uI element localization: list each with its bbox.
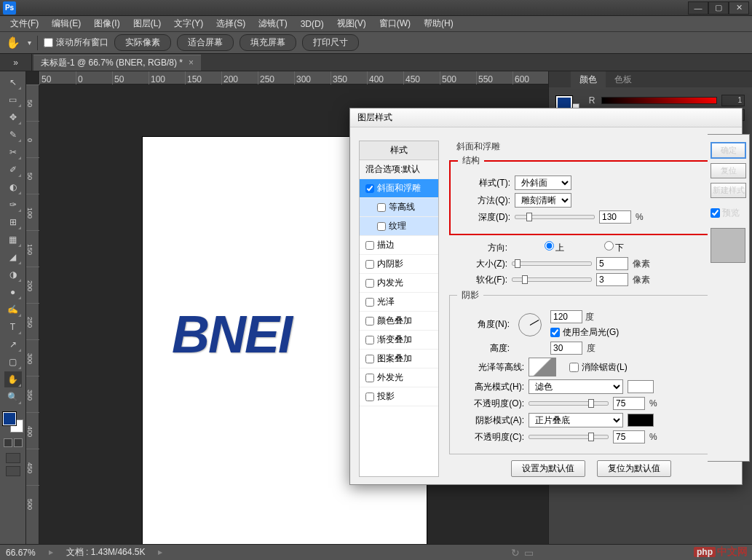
tool-slot-0[interactable]: ↖ [4, 74, 22, 90]
tool-slot-7[interactable]: ✑ [4, 197, 22, 213]
r-slider[interactable] [601, 97, 717, 104]
menu-item[interactable]: 窗口(W) [373, 16, 416, 31]
tool-slot-15[interactable]: ↗ [4, 336, 22, 352]
effect-item-6[interactable]: 光泽 [360, 293, 438, 312]
mode-1[interactable] [6, 453, 20, 463]
highlight-opacity-input[interactable] [613, 397, 645, 410]
effect-item-0[interactable]: 斜面和浮雕 [360, 179, 438, 198]
effect-checkbox[interactable] [365, 336, 374, 344]
hand-tool-icon[interactable]: ✋ [4, 34, 22, 52]
reset-default-button[interactable]: 复位为默认值 [597, 460, 671, 477]
menu-item[interactable]: 3D(D) [295, 17, 330, 31]
effect-checkbox[interactable] [365, 241, 374, 250]
fit-screen-button[interactable]: 适合屏幕 [177, 34, 234, 51]
soften-input[interactable] [596, 273, 628, 286]
style-select[interactable]: 外斜面 [515, 176, 571, 190]
shadow-opacity-slider[interactable] [529, 435, 609, 439]
info-menu-icon[interactable]: ▶ [158, 549, 162, 556]
tool-slot-16[interactable]: ▢ [4, 354, 22, 370]
technique-select[interactable]: 雕刻清晰 [515, 193, 571, 208]
effect-item-10[interactable]: 外发光 [360, 368, 438, 387]
new-style-button[interactable]: 新建样式 [711, 183, 746, 198]
tool-slot-8[interactable]: ⊞ [4, 214, 22, 230]
close-button[interactable]: ✕ [729, 1, 749, 15]
effect-checkbox[interactable] [365, 374, 374, 382]
shadow-mode-select[interactable]: 正片叠底 [529, 413, 623, 427]
soften-slider[interactable] [512, 277, 592, 282]
anti-alias-checkbox[interactable]: 消除锯齿(L) [569, 361, 628, 374]
menu-item[interactable]: 图像(I) [88, 16, 125, 31]
angle-dial[interactable] [518, 313, 542, 336]
tool-slot-17[interactable]: ✋ [4, 371, 22, 387]
angle-input[interactable] [550, 310, 582, 323]
cancel-button[interactable]: 复位 [711, 163, 746, 178]
effect-checkbox[interactable] [365, 279, 374, 288]
highlight-opacity-slider[interactable] [529, 401, 609, 406]
highlight-color-swatch[interactable] [628, 380, 654, 393]
color-panel-tab[interactable]: 颜色 [571, 71, 606, 87]
depth-slider[interactable] [515, 215, 595, 219]
tool-slot-10[interactable]: ◢ [4, 249, 22, 265]
effect-item-1[interactable]: 等高线 [360, 198, 438, 217]
effect-item-3[interactable]: 描边 [360, 236, 438, 255]
make-default-button[interactable]: 设置为默认值 [511, 460, 585, 477]
effect-checkbox[interactable] [365, 393, 374, 401]
effect-item-8[interactable]: 渐变叠加 [360, 331, 438, 350]
styles-header[interactable]: 样式 [360, 141, 438, 160]
menu-item[interactable]: 帮助(H) [418, 16, 459, 31]
shadow-color-swatch[interactable] [628, 414, 654, 427]
menu-item[interactable]: 滤镜(T) [253, 16, 293, 31]
zoom-level[interactable]: 66.67% [6, 548, 36, 558]
effect-checkbox[interactable] [365, 298, 374, 307]
tool-slot-11[interactable]: ◑ [4, 267, 22, 283]
tool-slot-1[interactable]: ▭ [4, 92, 22, 108]
effect-checkbox[interactable] [377, 203, 386, 212]
gloss-contour-picker[interactable] [529, 358, 556, 376]
fill-screen-button[interactable]: 填充屏幕 [240, 34, 296, 51]
tool-slot-4[interactable]: ✂ [4, 144, 22, 160]
tool-slot-5[interactable]: ✐ [4, 162, 22, 178]
shadow-opacity-input[interactable] [613, 430, 645, 443]
menu-item[interactable]: 文字(Y) [168, 16, 209, 31]
effect-checkbox[interactable] [365, 355, 374, 363]
effect-item-11[interactable]: 投影 [360, 387, 438, 406]
altitude-input[interactable] [550, 342, 582, 355]
mode-2[interactable] [6, 466, 20, 476]
tool-preset-dropdown[interactable]: ▾ [28, 39, 31, 47]
highlight-mode-select[interactable]: 滤色 [529, 379, 623, 394]
size-input[interactable] [596, 257, 628, 270]
tab-toggle-icon[interactable]: » [0, 54, 32, 71]
actual-pixels-button[interactable]: 实际像素 [114, 34, 171, 51]
use-global-light-checkbox[interactable]: 使用全局光(G) [550, 326, 619, 339]
blending-options-item[interactable]: 混合选项:默认 [360, 160, 438, 179]
ok-button[interactable]: 确定 [711, 142, 746, 159]
menu-item[interactable]: 文件(F) [4, 16, 44, 31]
fg-bg-swatches[interactable] [3, 412, 23, 433]
tool-slot-13[interactable]: ✍ [4, 301, 22, 318]
depth-input[interactable] [599, 210, 631, 224]
effect-checkbox[interactable] [365, 260, 374, 269]
effect-checkbox[interactable] [377, 222, 386, 231]
menu-item[interactable]: 图层(L) [127, 16, 167, 31]
zoom-menu-icon[interactable]: ▶ [49, 549, 53, 556]
tool-slot-12[interactable]: ● [4, 284, 22, 300]
menu-item[interactable]: 选择(S) [210, 16, 251, 31]
minimize-button[interactable]: — [688, 1, 708, 15]
print-size-button[interactable]: 打印尺寸 [302, 34, 359, 51]
document-tab[interactable]: 未标题-1 @ 66.7% (BNER, RGB/8) * × [33, 55, 201, 71]
scroll-all-windows-checkbox[interactable]: 滚动所有窗口 [44, 36, 108, 49]
effect-checkbox[interactable] [365, 317, 374, 326]
tool-slot-14[interactable]: T [4, 319, 22, 335]
effect-item-2[interactable]: 纹理 [360, 217, 438, 236]
effect-item-7[interactable]: 颜色叠加 [360, 312, 438, 331]
direction-up-radio[interactable]: 上 [512, 241, 564, 254]
effect-item-4[interactable]: 内阴影 [360, 255, 438, 274]
effect-item-9[interactable]: 图案叠加 [360, 350, 438, 368]
tool-slot-6[interactable]: ◐ [4, 179, 22, 195]
tool-slot-9[interactable]: ▦ [4, 232, 22, 248]
sync-icon[interactable]: ↻ [511, 547, 520, 559]
quickmask-toggle[interactable] [4, 438, 23, 447]
tab-close-icon[interactable]: × [189, 58, 194, 68]
direction-down-radio[interactable]: 下 [571, 241, 624, 254]
effect-checkbox[interactable] [365, 184, 374, 193]
